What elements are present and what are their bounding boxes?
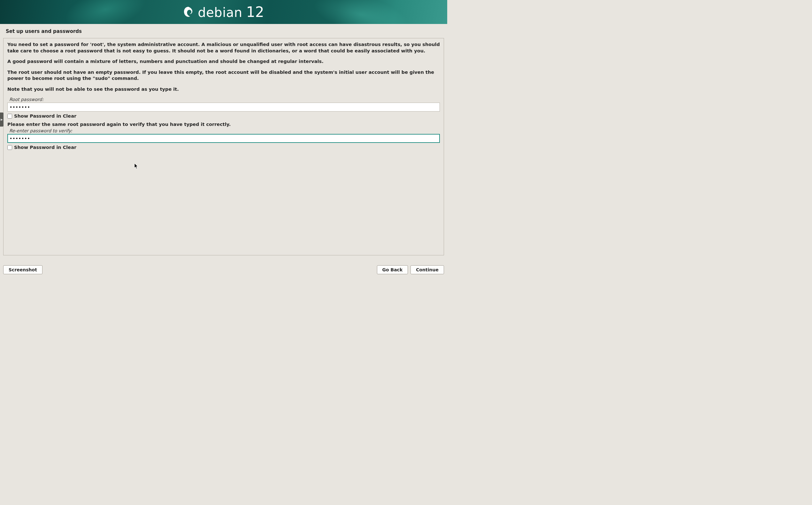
brand-name: debian	[198, 5, 242, 20]
show-password-clear-checkbox-1[interactable]	[7, 114, 12, 119]
show-password-clear-label-1[interactable]: Show Password in Clear	[14, 114, 76, 119]
root-password-label: Root password:	[9, 97, 440, 102]
brand: debian 12	[183, 4, 264, 20]
page-title: Set up users and passwords	[0, 24, 447, 38]
verify-prompt: Please enter the same root password agai…	[7, 122, 440, 127]
show-password-clear-checkbox-2[interactable]	[7, 145, 12, 150]
desc-para-1: You need to set a password for 'root', t…	[7, 41, 440, 54]
continue-button[interactable]: Continue	[411, 265, 444, 274]
reenter-password-input[interactable]	[7, 134, 440, 143]
debian-swirl-icon	[183, 6, 194, 19]
go-back-button[interactable]: Go Back	[377, 265, 408, 274]
desc-para-2: A good password will contain a mixture o…	[7, 58, 440, 65]
header-banner: debian 12	[0, 0, 447, 24]
show-password-clear-label-2[interactable]: Show Password in Clear	[14, 145, 76, 150]
desc-para-4: Note that you will not be able to see th…	[7, 86, 440, 93]
footer-bar: Screenshot Go Back Continue	[0, 265, 447, 274]
screenshot-button[interactable]: Screenshot	[3, 265, 42, 274]
brand-version: 12	[246, 4, 264, 20]
desc-para-3: The root user should not have an empty p…	[7, 69, 440, 82]
reenter-password-label: Re-enter password to verify:	[9, 128, 440, 133]
side-expand-tab[interactable]: ▶	[0, 113, 4, 127]
root-password-input[interactable]	[7, 103, 440, 112]
content-box: You need to set a password for 'root', t…	[3, 38, 444, 256]
